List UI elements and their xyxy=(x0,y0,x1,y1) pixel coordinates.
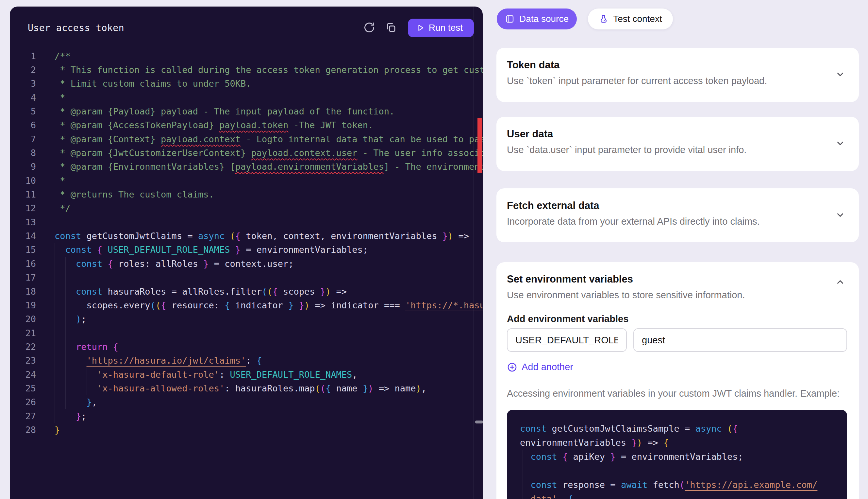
code-line-content: * @param {JwtCustomizerUserContext} payl… xyxy=(54,148,483,158)
line-number: 13 xyxy=(10,217,36,227)
code-line[interactable]: 7 * @param {Context} payload.context - L… xyxy=(10,132,483,146)
tab-data-source[interactable]: Data source xyxy=(497,9,577,29)
code-line[interactable]: 2 * This function is called during the a… xyxy=(10,63,483,76)
card-fetch-external-data[interactable]: Fetch external dataIncorporate data from… xyxy=(496,188,859,242)
tab-data-source-label: Data source xyxy=(519,14,569,24)
chevron-down-icon[interactable] xyxy=(835,210,845,221)
line-number: 21 xyxy=(10,328,36,338)
code-line[interactable]: 12 */ xyxy=(10,202,483,215)
line-number: 2 xyxy=(10,65,36,75)
code-line[interactable]: 27 }; xyxy=(10,409,483,423)
code-line[interactable]: 8 * @param {JwtCustomizerUserContext} pa… xyxy=(10,146,483,160)
code-line-content: const { roles: allRoles } = context.user… xyxy=(54,259,294,269)
editor-header: User access token xyxy=(10,7,483,49)
line-number: 7 xyxy=(10,134,36,144)
code-line[interactable]: 23 'https://hasura.io/jwt/claims': { xyxy=(10,354,483,367)
code-line[interactable]: 24 'x-hasura-default-role': USER_DEFAULT… xyxy=(10,367,483,381)
chevron-up-icon[interactable] xyxy=(835,277,845,289)
code-line[interactable]: 17 xyxy=(10,271,483,284)
code-line[interactable]: 4 * xyxy=(10,90,483,104)
code-line[interactable]: 6 * @param {AccessTokenPayload} payload.… xyxy=(10,118,483,132)
card-user-data[interactable]: User dataUse `data.user` input parameter… xyxy=(496,117,859,171)
line-number: 11 xyxy=(10,189,36,199)
add-another-label: Add another xyxy=(521,362,573,373)
code-line-content: 'x-hasura-default-role': USER_DEFAULT_RO… xyxy=(54,369,357,380)
tab-test-context[interactable]: Test context xyxy=(588,9,673,29)
chevron-down-icon[interactable] xyxy=(835,138,845,149)
code-line[interactable]: 20 ); xyxy=(10,312,483,326)
code-line[interactable]: 5 * @param {Payload} payload - The input… xyxy=(10,104,483,118)
card-token-data[interactable]: Token dataUse `token` input parameter fo… xyxy=(496,48,859,102)
code-line[interactable]: 22 return { xyxy=(10,340,483,353)
refresh-button[interactable] xyxy=(362,20,377,36)
code-line[interactable]: 3 * Limit custom claims to under 50KB. xyxy=(10,77,483,90)
line-number: 22 xyxy=(10,342,36,352)
code-line-content: 'https://hasura.io/jwt/claims': { xyxy=(54,355,262,366)
code-line-content: * Limit custom claims to under 50KB. xyxy=(54,78,251,89)
line-number: 18 xyxy=(10,287,36,296)
line-number: 17 xyxy=(10,272,36,282)
code-line[interactable]: 1/** xyxy=(10,49,483,63)
line-number: 12 xyxy=(10,203,36,213)
add-another-button[interactable]: Add another xyxy=(507,362,573,373)
sample-code-line xyxy=(520,464,834,478)
env-example-note: Accessing environment variables in your … xyxy=(507,388,847,399)
sample-code-block: const getCustomJwtClaimsSample = async (… xyxy=(507,410,847,499)
code-line[interactable]: 11 * @returns The custom claims. xyxy=(10,187,483,201)
code-line-content: return { xyxy=(54,342,118,352)
run-test-button[interactable]: Run test xyxy=(408,19,474,37)
line-number: 6 xyxy=(10,120,36,130)
code-line-content: /** xyxy=(54,51,71,61)
code-line[interactable]: 19 scopes.every(({ resource: { indicator… xyxy=(10,298,483,312)
code-line[interactable]: 28} xyxy=(10,423,483,437)
card-set-environment-variables[interactable]: Set environment variables Use environmen… xyxy=(496,262,859,499)
env-key-input[interactable] xyxy=(507,328,627,352)
line-number: 10 xyxy=(10,175,36,186)
add-env-variables-label: Add environment variables xyxy=(507,314,847,324)
line-number: 1 xyxy=(10,51,36,61)
code-line-content: ); xyxy=(54,314,87,324)
copy-icon xyxy=(385,22,397,34)
chevron-down-icon[interactable] xyxy=(835,69,845,81)
code-line[interactable]: 18 const hasuraRoles = allRoles.filter((… xyxy=(10,284,483,298)
line-number: 14 xyxy=(10,231,36,241)
code-line[interactable]: 21 xyxy=(10,326,483,340)
card-title: Fetch external data xyxy=(507,199,820,212)
code-line-content: * @param {EnvironmentVariables} [payload… xyxy=(54,161,483,172)
line-number: 26 xyxy=(10,397,36,407)
editor-title: User access token xyxy=(28,23,124,33)
copy-button[interactable] xyxy=(383,20,399,36)
code-line-content: const getCustomJwtClaims = async ({ toke… xyxy=(54,231,469,241)
flask-icon xyxy=(599,14,608,24)
code-line-content: 'x-hasura-allowed-roles': hasuraRoles.ma… xyxy=(54,383,427,393)
play-icon xyxy=(416,24,425,32)
code-line-content: const hasuraRoles = allRoles.filter(({ s… xyxy=(54,287,347,296)
code-line[interactable]: 16 const { roles: allRoles } = context.u… xyxy=(10,257,483,270)
code-line-content: * @param {Payload} payload - The input p… xyxy=(54,106,394,117)
code-line[interactable]: 14const getCustomJwtClaims = async ({ to… xyxy=(10,229,483,243)
code-line-content: * @param {AccessTokenPayload} payload.to… xyxy=(54,120,373,130)
line-number: 24 xyxy=(10,369,36,380)
line-number: 27 xyxy=(10,411,36,421)
code-line[interactable]: 26 }, xyxy=(10,395,483,409)
sample-code-line: environmentVariables }) => { xyxy=(520,436,834,450)
error-marker xyxy=(477,118,482,173)
code-line[interactable]: 10 * xyxy=(10,174,483,187)
sample-code-line: data', { xyxy=(520,492,834,499)
code-line-content: } xyxy=(54,425,60,435)
code-line[interactable]: 13 xyxy=(10,215,483,229)
scrollbar-thumb[interactable] xyxy=(475,421,483,424)
code-line[interactable]: 15 const { USER_DEFAULT_ROLE_NAMES } = e… xyxy=(10,243,483,257)
line-number: 5 xyxy=(10,106,36,117)
refresh-icon xyxy=(363,22,375,34)
card-description: Incorporate data from your external APIs… xyxy=(507,216,820,227)
code-line-content: * @param {Context} payload.context - Log… xyxy=(54,134,483,144)
code-line-content: const { USER_DEFAULT_ROLE_NAMES } = envi… xyxy=(54,245,368,255)
env-value-input[interactable] xyxy=(633,328,847,352)
line-number: 19 xyxy=(10,300,36,310)
code-line[interactable]: 25 'x-hasura-allowed-roles': hasuraRoles… xyxy=(10,381,483,395)
line-number: 16 xyxy=(10,259,36,269)
run-test-label: Run test xyxy=(429,23,463,33)
code-area[interactable]: 1/**2 * This function is called during t… xyxy=(10,49,483,437)
code-line[interactable]: 9 * @param {EnvironmentVariables} [paylo… xyxy=(10,160,483,174)
